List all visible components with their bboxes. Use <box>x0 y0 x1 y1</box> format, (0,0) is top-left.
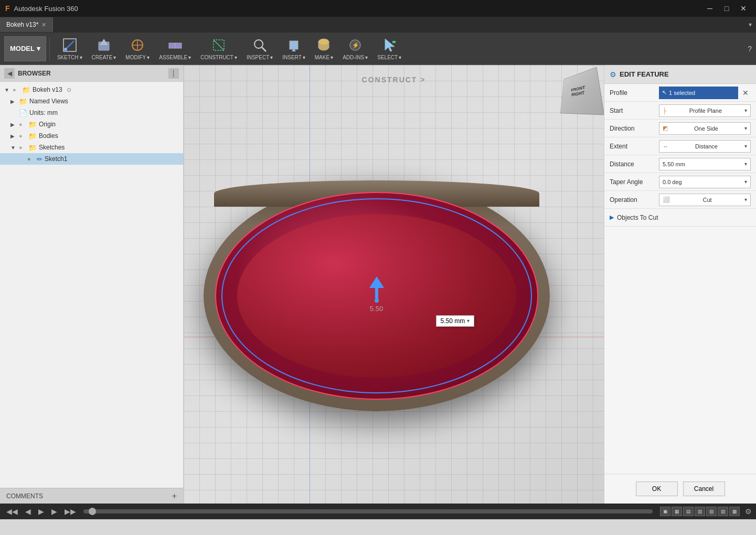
tree-eye-bodies[interactable]: ● <box>19 133 26 139</box>
toolbar-group-inspect[interactable]: INSPECT ▾ <box>242 36 277 61</box>
arrow-label: 5.50 <box>370 305 383 313</box>
toolbar-group-modify[interactable]: MODIFY ▾ <box>121 36 154 61</box>
timeline-forward-button[interactable]: ▶▶ <box>62 506 78 517</box>
addins-label: ADD-INS ▾ <box>343 55 368 60</box>
ef-label-start: Start <box>610 107 657 114</box>
extent-icon: ↔ <box>663 143 668 149</box>
ef-row-objects-to-cut[interactable]: ▶ Objects To Cut <box>604 209 756 227</box>
toolbar-group-make[interactable]: MAKE ▾ <box>311 36 337 61</box>
toolbar-group-insert[interactable]: INSERT ▾ <box>278 36 310 61</box>
tree-item-bodies[interactable]: ▶ ● 📁 Bodies <box>0 130 183 142</box>
timeline-item-2[interactable]: ▦ <box>672 507 682 516</box>
timeline-track[interactable] <box>83 509 653 513</box>
timeline-item-4[interactable]: ▥ <box>695 507 705 516</box>
ef-direction-dropdown[interactable]: ◩ One Side ▾ <box>659 122 751 135</box>
ef-taper-input[interactable]: 0.0 deg ▾ <box>659 176 751 188</box>
cursor-icon: ↖ <box>662 89 667 96</box>
ef-operation-dropdown[interactable]: ⬜ Cut ▾ <box>659 194 751 206</box>
toolbar-group-construct[interactable]: CONSTRUCT ▾ <box>196 36 241 61</box>
timeline-prev-button[interactable]: ◀ <box>23 506 33 517</box>
comments-bar: COMMENTS + <box>0 488 183 504</box>
svg-point-2 <box>64 48 67 51</box>
tree-item-sketch1[interactable]: ● ✏ Sketch1 <box>0 153 183 165</box>
ef-ok-button[interactable]: OK <box>636 482 678 496</box>
tree-eye-root[interactable]: ● <box>13 87 20 93</box>
toolbar-group-select[interactable]: SELECT ▾ <box>373 36 406 61</box>
timeline-settings-button[interactable]: ⚙ <box>745 507 752 516</box>
toolbar-group-assemble[interactable]: ASSEMBLE ▾ <box>155 36 195 61</box>
edit-feature-title: EDIT FEATURE <box>620 70 669 78</box>
tree-item-origin[interactable]: ▶ ● 📁 Origin <box>0 119 183 130</box>
active-tab[interactable]: Bokeh v13* ✕ <box>0 17 53 32</box>
tabbar-expand-arrow[interactable]: ▾ <box>749 21 756 28</box>
minimize-button[interactable]: ─ <box>702 3 717 14</box>
timeline-play-button[interactable]: ▶ <box>36 506 46 517</box>
timeline-item-5[interactable]: ▧ <box>706 507 717 516</box>
timeline-next-button[interactable]: ▶ <box>49 506 59 517</box>
viewport[interactable]: CONSTRUCT > 5.50 <box>184 65 604 504</box>
tree-extra-root[interactable]: ⊙ <box>67 87 71 93</box>
comments-add-button[interactable]: + <box>172 491 177 501</box>
tree-arrow-named-views: ▶ <box>10 99 17 104</box>
ef-profile-select-button[interactable]: ↖ 1 selected <box>659 87 738 99</box>
titlebar-left: F Autodesk Fusion 360 <box>5 4 78 13</box>
ef-taper-value: 0.0 deg <box>663 179 682 185</box>
timeline-item-3[interactable]: ▤ <box>683 507 694 516</box>
model-dropdown-button[interactable]: MODEL ▾ <box>4 36 46 61</box>
sketch-icon <box>61 37 78 54</box>
ef-profile-value: 1 selected <box>669 90 695 96</box>
tree-eye-origin[interactable]: ● <box>19 121 26 127</box>
close-button[interactable]: ✕ <box>736 3 751 14</box>
construct-label: CONSTRUCT ▾ <box>200 55 237 60</box>
tree-item-sketches[interactable]: ▼ ● 📁 Sketches <box>0 142 183 153</box>
ef-row-profile: Profile ↖ 1 selected ✕ <box>604 84 756 102</box>
tab-close-button[interactable]: ✕ <box>41 22 46 28</box>
tree-folder-origin: 📁 <box>28 121 37 129</box>
timeline-item-1[interactable]: ▣ <box>660 507 670 516</box>
toolbar-group-sketch[interactable]: SKETCH ▾ <box>53 36 87 61</box>
toolbar-help[interactable]: ? <box>748 45 752 53</box>
tree-label-named-views: Named Views <box>29 98 68 105</box>
tab-label: Bokeh v13* <box>6 21 38 28</box>
modify-label: MODIFY ▾ <box>125 55 150 60</box>
maximize-button[interactable]: □ <box>719 3 734 14</box>
ef-profile-clear-button[interactable]: ✕ <box>740 88 751 98</box>
ef-cancel-button[interactable]: Cancel <box>683 482 725 496</box>
object-inner-cut: 5.50 <box>237 214 516 378</box>
distance-popup[interactable]: 5.50 mm ▾ <box>436 315 475 327</box>
toolbar-group-create[interactable]: CREATE ▾ <box>88 36 121 61</box>
ef-distance-arrow-icon[interactable]: ▾ <box>744 161 747 167</box>
arrow-indicator: 5.50 <box>369 276 384 313</box>
ef-distance-value: 5.50 mm <box>663 161 685 167</box>
timeline-item-7[interactable]: ▩ <box>729 507 740 516</box>
3d-object-container: 5.50 <box>204 180 550 411</box>
ef-start-dropdown[interactable]: ├ Profile Plane ▾ <box>659 104 751 117</box>
timeline-item-6[interactable]: ▨ <box>718 507 728 516</box>
tree-eye-sketch1[interactable]: ● <box>27 156 35 162</box>
inspect-label: INSPECT ▾ <box>247 55 273 60</box>
toolbar-group-addins[interactable]: ⚡ ADD-INS ▾ <box>338 36 372 61</box>
ef-taper-arrow-icon[interactable]: ▾ <box>744 179 747 185</box>
ef-row-distance: Distance 5.50 mm ▾ <box>604 155 756 173</box>
view-cube[interactable]: FRONTRIGHT <box>557 70 599 112</box>
create-label: CREATE ▾ <box>92 55 116 60</box>
timeline-thumb[interactable] <box>89 508 96 515</box>
ef-distance-input[interactable]: 5.50 mm ▾ <box>659 158 751 170</box>
titlebar: F Autodesk Fusion 360 ─ □ ✕ <box>0 0 756 17</box>
browser-collapse-button[interactable]: ◀ <box>4 68 15 79</box>
arrow-up-triangle <box>369 276 384 288</box>
tree-folder-root: 📁 <box>22 86 30 94</box>
tree-label-origin: Origin <box>39 121 56 128</box>
edit-feature-header: ⚙ EDIT FEATURE <box>604 65 756 84</box>
tree-arrow-bodies: ▶ <box>10 133 17 139</box>
cube-label: FRONTRIGHT <box>571 84 585 97</box>
cube-face[interactable]: FRONTRIGHT <box>560 67 604 115</box>
distance-popup-arrow[interactable]: ▾ <box>467 318 470 324</box>
tree-item-named-views[interactable]: ▶ 📁 Named Views <box>0 95 183 107</box>
timeline-rewind-button[interactable]: ◀◀ <box>4 506 20 517</box>
tree-eye-sketches[interactable]: ● <box>19 144 26 151</box>
browser-title: BROWSER <box>18 70 165 77</box>
ef-extent-dropdown[interactable]: ↔ Distance ▾ <box>659 140 751 153</box>
browser-pin-button[interactable]: │ <box>168 68 179 79</box>
tree-item-root[interactable]: ▼ ● 📁 Bokeh v13 ⊙ <box>0 84 183 95</box>
